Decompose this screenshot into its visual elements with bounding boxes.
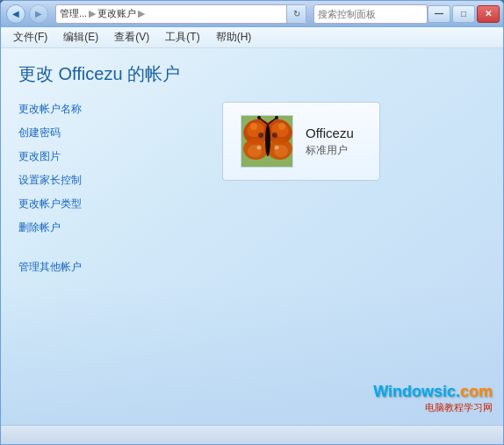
svg-point-6 [278,123,285,130]
close-button[interactable]: ✕ [477,5,500,23]
menu-bar: 文件(F) 编辑(E) 查看(V) 工具(T) 帮助(H) [1,27,503,48]
menu-tools[interactable]: 工具(T) [158,28,206,47]
user-type: 标准用户 [306,143,354,158]
link-delete-account[interactable]: 删除帐户 [18,220,82,235]
address-sep2: ▶ [138,8,145,19]
svg-point-3 [250,123,257,130]
address-segment2: 更改账户 [97,7,136,20]
svg-point-17 [272,133,277,138]
left-links: 更改帐户名称 创建密码 更改图片 设置家长控制 更改帐户类型 删除帐户 管理其他… [18,102,82,411]
avatar-image [241,116,293,168]
svg-point-16 [258,133,263,138]
link-create-password[interactable]: 创建密码 [18,126,82,140]
main-window: ◀ ▶ 管理... ▶ 更改账户 ▶ ↻ 🔍 [0,0,504,445]
link-spacer [18,244,82,251]
link-change-type[interactable]: 更改帐户类型 [18,197,82,212]
link-parental-control[interactable]: 设置家长控制 [18,173,82,188]
watermark-main: Windowsic.com [373,383,493,401]
right-panel: Officezu 标准用户 [117,102,486,411]
address-segment1: 管理... [60,7,87,20]
maximize-button[interactable]: □ [452,5,475,23]
search-bar: 🔍 [313,4,428,24]
link-manage-others[interactable]: 管理其他帐户 [18,260,82,275]
main-content: 更改帐户名称 创建密码 更改图片 设置家长控制 更改帐户类型 删除帐户 管理其他… [18,102,486,411]
address-segments: 管理... ▶ 更改账户 ▶ [56,7,286,20]
svg-point-19 [275,146,279,150]
menu-view[interactable]: 查看(V) [107,28,156,47]
status-bar [1,425,503,444]
svg-point-13 [257,116,261,119]
link-change-name[interactable]: 更改帐户名称 [18,102,82,117]
title-bar-left: ◀ ▶ 管理... ▶ 更改账户 ▶ ↻ 🔍 [6,4,428,24]
page-title: 更改 Officezu 的帐户 [18,62,486,86]
svg-point-15 [275,116,278,119]
forward-button[interactable]: ▶ [29,4,48,24]
address-sep1: ▶ [89,8,96,19]
link-change-picture[interactable]: 更改图片 [18,149,82,164]
watermark-sub: 电脑教程学习网 [373,401,493,414]
minimize-button[interactable]: — [428,5,450,23]
user-name: Officezu [306,126,354,140]
menu-edit[interactable]: 编辑(E) [56,28,105,47]
title-bar: ◀ ▶ 管理... ▶ 更改账户 ▶ ↻ 🔍 [1,1,503,27]
title-bar-controls: — □ ✕ [428,5,500,23]
user-avatar [241,115,293,168]
search-input[interactable] [314,9,428,19]
back-button[interactable]: ◀ [6,4,25,24]
address-bar[interactable]: 管理... ▶ 更改账户 ▶ ↻ [55,4,306,24]
svg-point-18 [257,146,262,150]
user-card: Officezu 标准用户 [222,102,380,181]
refresh-button[interactable]: ↻ [286,5,306,23]
menu-file[interactable]: 文件(F) [6,28,54,47]
user-info: Officezu 标准用户 [306,126,354,158]
content-area: 更改 Officezu 的帐户 更改帐户名称 创建密码 更改图片 设置家长控制 … [1,48,503,425]
watermark: Windowsic.com 电脑教程学习网 [373,383,493,414]
svg-point-11 [265,125,270,156]
menu-help[interactable]: 帮助(H) [209,28,259,47]
